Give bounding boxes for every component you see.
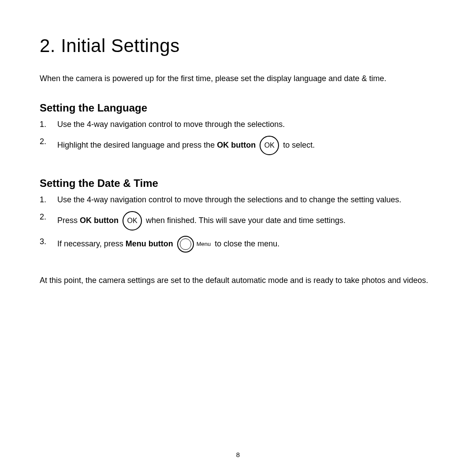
step-text: Highlight the desired language and press… (57, 141, 217, 149)
step-text: Press (57, 216, 80, 225)
step-text: when finished. This will save your date … (144, 216, 346, 225)
list-item: Press OK button OK when finished. This w… (57, 211, 436, 231)
list-item: Use the 4-way navigation control to move… (57, 194, 436, 206)
menu-icon-label: Menu (197, 240, 211, 249)
list-item: Highlight the desired language and press… (57, 136, 436, 155)
chapter-title: 2. Initial Settings (40, 35, 436, 56)
list-item: Use the 4-way navigation control to move… (57, 119, 436, 130)
ok-button-icon: OK (260, 136, 279, 155)
section-heading-datetime: Setting the Date & Time (40, 177, 436, 190)
section-heading-language: Setting the Language (40, 102, 436, 114)
ok-button-icon: OK (123, 211, 142, 231)
menu-button-label: Menu button (126, 239, 173, 248)
menu-button-icon: Menu (177, 236, 211, 253)
section-language: Setting the Language Use the 4-way navig… (40, 102, 436, 155)
step-text: to close the menu. (212, 239, 279, 248)
section-datetime: Setting the Date & Time Use the 4-way na… (40, 177, 436, 253)
step-text: If necessary, press (57, 239, 126, 248)
step-text: to select. (281, 141, 315, 149)
language-steps: Use the 4-way navigation control to move… (40, 119, 436, 155)
chapter-intro: When the camera is powered up for the fi… (40, 73, 436, 84)
page-number: 8 (0, 451, 476, 458)
list-item: If necessary, press Menu button Menu to … (57, 236, 436, 253)
datetime-steps: Use the 4-way navigation control to move… (40, 194, 436, 253)
ok-button-label: OK button (80, 216, 119, 225)
menu-circle-icon (177, 236, 194, 253)
closing-text: At this point, the camera settings are s… (40, 275, 436, 286)
ok-button-label: OK button (217, 141, 256, 149)
